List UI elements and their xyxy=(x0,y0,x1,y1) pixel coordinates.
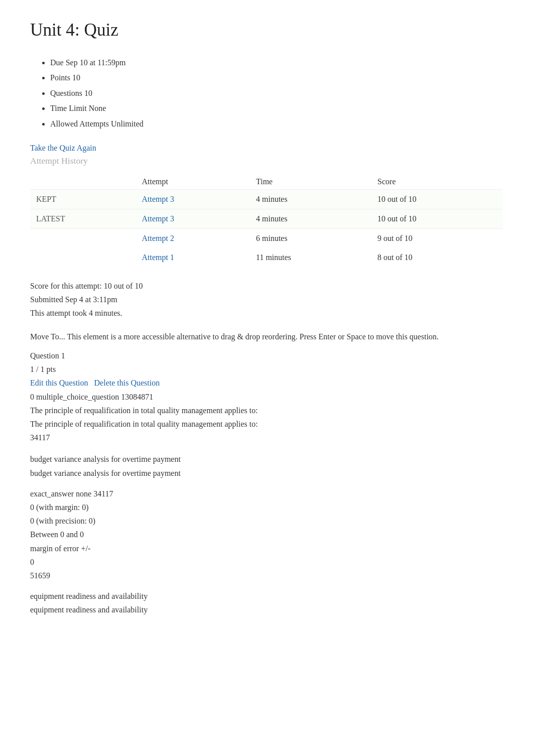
attempt-link-cell[interactable]: Attempt 3 xyxy=(136,189,250,209)
attempt-score: 9 out of 10 xyxy=(371,228,503,248)
table-row: Attempt 26 minutes9 out of 10 xyxy=(30,228,503,248)
attempt-link[interactable]: Attempt 2 xyxy=(142,234,174,242)
edit-question-link[interactable]: Edit this Question xyxy=(30,379,88,387)
col-label xyxy=(30,174,136,190)
question-meta: 0 multiple_choice_question 13084871 xyxy=(30,390,503,404)
attempt-score: 10 out of 10 xyxy=(371,209,503,228)
table-row: Attempt 111 minutes8 out of 10 xyxy=(30,248,503,267)
attempt-score: 8 out of 10 xyxy=(371,248,503,267)
score-line1: Score for this attempt: 10 out of 10 xyxy=(30,279,503,293)
score-line2: Submitted Sep 4 at 3:11pm xyxy=(30,293,503,306)
delete-question-link[interactable]: Delete this Question xyxy=(94,379,160,387)
score-info: Score for this attempt: 10 out of 10 Sub… xyxy=(30,279,503,320)
exact-line4: Between 0 and 0 xyxy=(30,528,503,541)
attempt-time: 4 minutes xyxy=(250,189,371,209)
exact-line7: 51659 xyxy=(30,569,503,582)
attempt-time: 11 minutes xyxy=(250,248,371,267)
info-list: Due Sep 10 at 11:59pm Points 10 Question… xyxy=(30,55,503,132)
attempt-score: 10 out of 10 xyxy=(371,189,503,209)
page-title: Unit 4: Quiz xyxy=(30,20,503,40)
info-item-attempts: Allowed Attempts Unlimited xyxy=(50,116,503,132)
score-line3: This attempt took 4 minutes. xyxy=(30,306,503,320)
question-text-line2: The principle of requalification in tota… xyxy=(30,417,503,431)
attempt-label xyxy=(30,228,136,248)
col-score: Score xyxy=(371,174,503,190)
attempt-link[interactable]: Attempt 3 xyxy=(142,214,174,223)
info-item-points: Points 10 xyxy=(50,70,503,85)
equipment-block: equipment readiness and availability equ… xyxy=(30,589,503,616)
info-item-due: Due Sep 10 at 11:59pm xyxy=(50,55,503,70)
answer-block: budget variance analysis for overtime pa… xyxy=(30,452,503,479)
attempt-link-cell[interactable]: Attempt 3 xyxy=(136,209,250,228)
drag-info: Move To... This element is a more access… xyxy=(30,330,503,343)
exact-line3: 0 (with precision: 0) xyxy=(30,514,503,528)
attempt-link-cell[interactable]: Attempt 2 xyxy=(136,228,250,248)
info-item-questions: Questions 10 xyxy=(50,86,503,101)
info-item-time-limit: Time Limit None xyxy=(50,101,503,116)
edit-links[interactable]: Edit this Question Delete this Question xyxy=(30,376,503,390)
question-pts: 1 / 1 pts xyxy=(30,362,503,376)
exact-line1: exact_answer none 34117 xyxy=(30,487,503,500)
attempt-label xyxy=(30,248,136,267)
take-quiz-link[interactable]: Take the Quiz Again xyxy=(30,144,96,153)
attempt-time: 6 minutes xyxy=(250,228,371,248)
col-attempt: Attempt xyxy=(136,174,250,190)
attempt-history-heading: Attempt History xyxy=(30,156,503,166)
attempt-label: LATEST xyxy=(30,209,136,228)
exact-answer-block: exact_answer none 34117 0 (with margin: … xyxy=(30,487,503,582)
attempt-link[interactable]: Attempt 3 xyxy=(142,195,174,203)
exact-line5: margin of error +/- xyxy=(30,542,503,555)
question-label: Question 1 xyxy=(30,349,503,362)
table-row: LATESTAttempt 34 minutes10 out of 10 xyxy=(30,209,503,228)
exact-line6: 0 xyxy=(30,555,503,569)
table-row: KEPTAttempt 34 minutes10 out of 10 xyxy=(30,189,503,209)
answer-line2: budget variance analysis for overtime pa… xyxy=(30,466,503,480)
equipment-line1: equipment readiness and availability xyxy=(30,589,503,603)
question-text-line1: The principle of requalification in tota… xyxy=(30,404,503,417)
attempt-link-cell[interactable]: Attempt 1 xyxy=(136,248,250,267)
equipment-line2: equipment readiness and availability xyxy=(30,603,503,616)
exact-line2: 0 (with margin: 0) xyxy=(30,500,503,514)
col-time: Time xyxy=(250,174,371,190)
attempt-table: Attempt Time Score KEPTAttempt 34 minute… xyxy=(30,174,503,267)
answer-line1: budget variance analysis for overtime pa… xyxy=(30,452,503,466)
question-block: Question 1 1 / 1 pts Edit this Question … xyxy=(30,349,503,444)
attempt-link[interactable]: Attempt 1 xyxy=(142,253,174,262)
attempt-time: 4 minutes xyxy=(250,209,371,228)
question-id: 34117 xyxy=(30,431,503,444)
attempt-label: KEPT xyxy=(30,189,136,209)
